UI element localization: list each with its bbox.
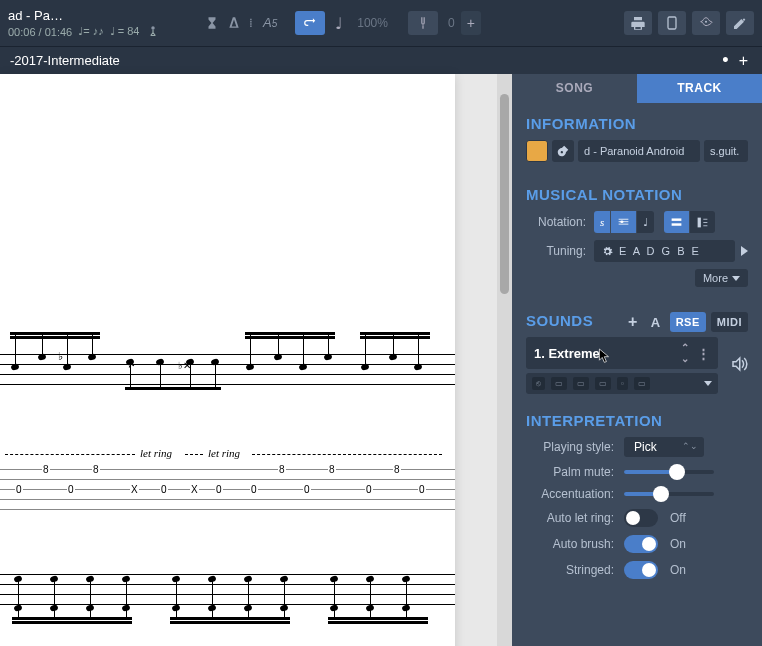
tuning-fork-button[interactable] [408,11,438,35]
accentuation-label: Accentuation: [526,487,614,501]
note-value-icon[interactable]: ♩ [335,14,343,33]
svg-point-0 [151,26,155,30]
increment-button[interactable]: + [461,11,481,35]
fretboard-button[interactable] [658,11,686,35]
fret-offset[interactable]: 0 [448,16,455,30]
auto-brush-state: On [670,537,686,551]
tuning-play-button[interactable] [741,246,748,256]
auto-letring-label: Auto let ring: [526,511,614,525]
tab-fret-number[interactable]: 0 [67,484,75,495]
toolbar-dots-icon[interactable]: ⁞ [249,16,253,30]
track-color-chip[interactable] [526,140,548,162]
more-button[interactable]: More [695,269,748,287]
score-canvas: ♭ ✕ ♭✕ [0,74,512,646]
effects-chain[interactable]: ⎋ ▭ ▭ ▭ ▫ ▭ [526,373,718,394]
notation-slash-button[interactable]: s [594,211,611,233]
tab-song[interactable]: SONG [512,74,637,103]
loop-button[interactable] [295,11,325,35]
section-information-title: INFORMATION [526,115,748,132]
tab-fret-number[interactable]: 8 [42,464,50,475]
add-tab-button[interactable]: + [735,52,752,70]
annotation-let-ring-1: let ring [140,447,172,459]
tab-fret-number[interactable]: 8 [328,464,336,475]
tab-fret-number[interactable]: X [130,484,139,495]
speaker-button[interactable] [692,11,720,35]
tab-fret-number[interactable]: 0 [365,484,373,495]
document-titlebar: -2017-Intermediate • + [0,46,762,74]
auto-brush-label: Auto brush: [526,537,614,551]
top-toolbar: ad - Pa… 00:06 / 01:46 ♩= ♪♪ ♩ = 84 ⁞ A5… [0,0,762,46]
fx-chip-6[interactable]: ▭ [634,377,650,390]
svg-rect-4 [672,223,682,225]
tab-fret-number[interactable]: 8 [393,464,401,475]
instrument-short-field[interactable]: s.guit. [704,140,748,162]
tab-fret-number[interactable]: 8 [278,464,286,475]
tab-fret-number[interactable]: X [190,484,199,495]
tab-fret-number[interactable]: 0 [418,484,426,495]
fx-chip-4[interactable]: ▭ [595,377,611,390]
auto-brush-toggle[interactable] [624,535,658,553]
stringed-state: On [670,563,686,577]
single-view-button[interactable] [690,211,715,233]
window-title: ad - Pa… [8,8,193,23]
tab-fret-number[interactable]: 8 [92,464,100,475]
sound-menu-icon[interactable]: ⋮ [697,346,710,361]
fx-chip-2[interactable]: ▭ [551,377,567,390]
updown-icon: ⌃⌄ [681,342,689,364]
tempo-value: ♩ = 84 [110,25,140,38]
add-sound-button[interactable]: + [624,312,642,332]
track-name-field[interactable]: d - Paranoid Android [578,140,700,162]
svg-rect-3 [672,218,682,220]
section-interpretation-title: INTERPRETATION [526,412,748,429]
chevron-down-icon [732,276,740,281]
tab-fret-number[interactable]: 0 [215,484,223,495]
tab-fret-number[interactable]: 0 [303,484,311,495]
stringed-toggle[interactable] [624,561,658,579]
notation-label: Notation: [526,215,586,229]
tab-track[interactable]: TRACK [637,74,762,103]
midi-button[interactable]: MIDI [711,312,748,332]
tab-fret-number[interactable]: 0 [250,484,258,495]
svg-rect-5 [698,217,701,227]
fx-chip-3[interactable]: ▭ [573,377,589,390]
tab-staff-1[interactable]: 0808X0X00808080 [0,469,455,529]
print-button[interactable] [624,11,652,35]
text-style-button[interactable]: A5 [263,15,277,31]
notation-rhythm-button[interactable]: ♩ [637,211,654,233]
cursor-icon [598,347,612,365]
tempo-equation: ♩= ♪♪ [78,25,103,38]
tab-menu-icon[interactable]: • [716,50,734,71]
transport-info: 00:06 / 01:46 ♩= ♪♪ ♩ = 84 [8,25,193,39]
sound-speaker-button[interactable] [730,355,748,377]
playing-style-select[interactable]: Pick ⌃⌄ [624,437,704,457]
instrument-icon-chip[interactable] [552,140,574,162]
auto-letring-toggle[interactable] [624,509,658,527]
tab-fret-number[interactable]: 0 [160,484,168,495]
sound-auto-button[interactable]: A [647,312,665,332]
sound-preset-select[interactable]: 1. Extreme ⌃⌄ ⋮ [526,337,718,369]
edit-pen-button[interactable] [726,11,754,35]
auto-letring-state: Off [670,511,686,525]
scrollbar-thumb[interactable] [500,94,509,294]
tuning-field[interactable]: E A D G B E [594,240,735,262]
fx-chip-5[interactable]: ▫ [617,377,628,390]
metronome-figure-icon [146,25,160,39]
palm-mute-slider[interactable] [624,470,714,474]
accentuation-slider[interactable] [624,492,714,496]
notation-standard-button[interactable] [611,211,637,233]
multitrack-view-button[interactable] [664,211,690,233]
gear-icon [602,246,613,257]
playback-time: 00:06 / 01:46 [8,26,72,38]
playing-style-label: Playing style: [526,440,614,454]
score-sheet[interactable]: ♭ ✕ ♭✕ [0,74,455,646]
hourglass-icon[interactable] [205,16,219,30]
fx-chip-1[interactable]: ⎋ [532,377,545,390]
svg-point-1 [705,21,707,23]
metronome-icon[interactable] [227,16,241,30]
vertical-scrollbar[interactable] [497,74,512,646]
zoom-level[interactable]: 100% [357,16,388,30]
effects-expand-icon[interactable] [704,381,712,386]
tab-fret-number[interactable]: 0 [15,484,23,495]
guitar-icon [556,144,570,158]
rse-button[interactable]: RSE [670,312,706,332]
